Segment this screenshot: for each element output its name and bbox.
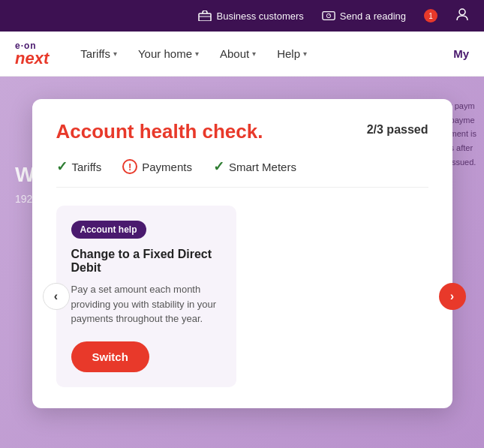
- nav-your-home[interactable]: Your home ▾: [129, 41, 208, 66]
- nav-items: Tariffs ▾ Your home ▾ About ▾ Help ▾: [71, 41, 446, 66]
- nav-your-home-label: Your home: [138, 47, 192, 60]
- person-icon: [455, 8, 469, 24]
- svg-point-4: [459, 9, 465, 15]
- send-reading-label: Send a reading: [340, 11, 406, 22]
- checks-row: ✓ Tariffs ! Payments ✓ Smart Meters: [56, 158, 428, 188]
- modal-header: Account health check. 2/3 passed: [56, 120, 428, 143]
- check-smart-meters: ✓ Smart Meters: [213, 158, 296, 175]
- nav-about[interactable]: About ▾: [211, 41, 265, 66]
- modal-overlay: Account health check. 2/3 passed ✓ Tarif…: [0, 77, 484, 448]
- nav-help[interactable]: Help ▾: [268, 41, 316, 66]
- business-customers-link[interactable]: Business customers: [198, 9, 303, 23]
- switch-button[interactable]: Switch: [71, 341, 149, 372]
- carousel-prev-button[interactable]: ‹: [43, 283, 70, 310]
- your-home-chevron-icon: ▾: [195, 50, 199, 58]
- nav-tariffs[interactable]: Tariffs ▾: [71, 41, 126, 66]
- meter-icon: [322, 9, 335, 23]
- tariffs-check-label: Tariffs: [72, 161, 102, 173]
- nav-my[interactable]: My: [453, 47, 469, 60]
- logo-next: next: [15, 50, 49, 67]
- help-chevron-icon: ▾: [303, 50, 307, 58]
- smart-meters-check-icon: ✓: [213, 158, 224, 175]
- passed-badge: 2/3 passed: [367, 120, 428, 137]
- business-icon: [198, 9, 212, 23]
- card-description: Pay a set amount each month providing yo…: [71, 282, 221, 326]
- notification-count: 1: [428, 12, 433, 20]
- business-customers-label: Business customers: [216, 11, 303, 22]
- help-card: Account help Change to a Fixed Direct De…: [56, 206, 236, 387]
- notification-badge[interactable]: 1: [424, 9, 437, 23]
- card-title: Change to a Fixed Direct Debit: [71, 248, 221, 275]
- payments-warn-icon: !: [122, 159, 137, 174]
- tariffs-chevron-icon: ▾: [113, 50, 117, 58]
- check-payments: ! Payments: [122, 159, 192, 174]
- nav-bar: e·on next Tariffs ▾ Your home ▾ About ▾ …: [0, 32, 484, 77]
- nav-tariffs-label: Tariffs: [80, 47, 110, 60]
- nav-help-label: Help: [277, 47, 300, 60]
- about-chevron-icon: ▾: [252, 50, 256, 58]
- smart-meters-check-label: Smart Meters: [229, 161, 296, 173]
- tariffs-check-icon: ✓: [56, 158, 68, 175]
- check-tariffs: ✓ Tariffs: [56, 158, 102, 175]
- health-check-modal: Account health check. 2/3 passed ✓ Tarif…: [32, 99, 452, 408]
- top-bar: Business customers Send a reading 1: [0, 0, 484, 32]
- payments-check-label: Payments: [142, 161, 192, 173]
- nav-about-label: About: [220, 47, 249, 60]
- logo[interactable]: e·on next: [15, 41, 49, 67]
- card-area: ‹ Account help Change to a Fixed Direct …: [56, 206, 428, 387]
- carousel-next-button[interactable]: ›: [439, 283, 466, 310]
- send-reading-link[interactable]: Send a reading: [322, 9, 406, 23]
- modal-title: Account health check.: [56, 120, 263, 143]
- svg-rect-0: [199, 14, 211, 21]
- account-help-badge: Account help: [71, 221, 146, 239]
